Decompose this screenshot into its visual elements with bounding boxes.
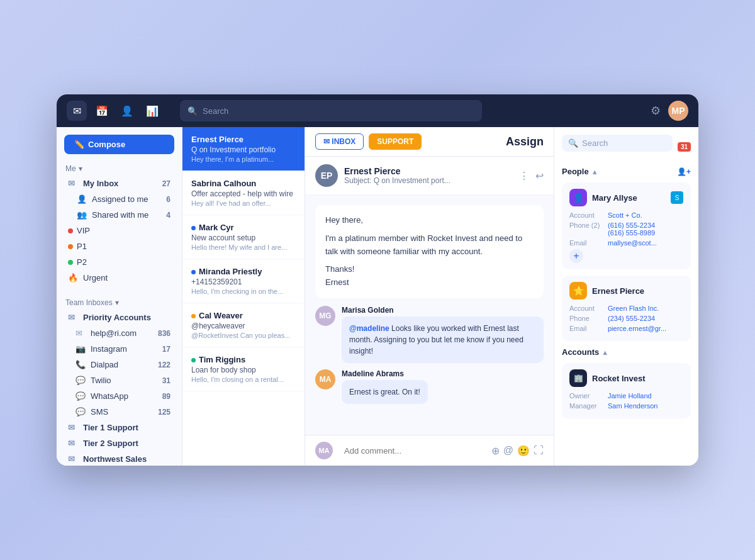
account-icon-rocket: 🏢 (569, 369, 587, 387)
ernest-account-detail: Account Green Flash Inc. (569, 305, 683, 312)
nav-inbox-icon[interactable]: ✉ (67, 101, 87, 121)
people-section-heading: People ▲ 👤+ (562, 167, 691, 176)
sidebar-item-vip[interactable]: VIP (59, 223, 179, 238)
email-body: Hey there, I'm a platinum member with Ro… (305, 195, 554, 435)
me-section-label: Me ▾ (57, 162, 182, 176)
expand-icon[interactable]: ⛶ (534, 445, 544, 457)
compose-icon: ✏️ (74, 140, 84, 149)
email-greeting: Hey there, (325, 214, 534, 227)
compose-label: Compose (88, 140, 125, 149)
sender-avatar: EP (315, 164, 338, 187)
conv-subject: Offer accepted - help with wire (191, 189, 296, 198)
main-content: ✏️ Compose Me ▾ ✉ My Inbox 27 👤 Assigned… (57, 127, 698, 466)
right-calendar-badge[interactable]: 31 (678, 142, 691, 152)
top-nav: ✉ 📅 👤 📊 🔍 Search ⚙ MP (57, 94, 698, 127)
settings-icon[interactable]: ⚙ (651, 104, 661, 118)
inbox-icon-small: ✉ (323, 137, 330, 146)
email-body-text: I'm a platinum member with Rocket Invest… (325, 232, 534, 259)
conv-item-sabrina[interactable]: Sabrina Calhoun Offer accepted - help wi… (182, 171, 305, 215)
conv-name: Ernest Pierce (191, 135, 296, 144)
person-row-ernest: ⭐ Ernest Pierce (569, 282, 683, 300)
unread-dot (191, 226, 196, 230)
sidebar-item-my-inbox[interactable]: ✉ My Inbox 27 (59, 176, 179, 191)
commenter-avatar-2: MA (315, 369, 335, 389)
sidebar-item-twilio[interactable]: 💬 Twilio 31 (59, 372, 179, 388)
nav-icons: ✉ 📅 👤 📊 (67, 101, 162, 121)
conv-preview: @RocketInvest Can you pleas... (191, 332, 296, 339)
sidebar-item-urgent[interactable]: 🔥 Urgent (59, 270, 179, 286)
sms-icon: 💬 (76, 407, 87, 417)
unread-dot (191, 314, 196, 318)
comment-input[interactable] (344, 446, 486, 456)
person-card-ernest: ⭐ Ernest Pierce Account Green Flash Inc.… (562, 276, 691, 341)
person-icon-ernest: ⭐ (569, 282, 587, 300)
comment-bubble-1: @madeline Looks like you worked with Ern… (342, 316, 544, 363)
nav-analytics-icon[interactable]: 📊 (142, 101, 162, 121)
user-avatar[interactable]: MP (668, 101, 688, 121)
email-message: Hey there, I'm a platinum member with Ro… (315, 205, 544, 298)
sidebar-item-tier2[interactable]: ✉ Tier 2 Support (59, 435, 179, 451)
help-icon: ✉ (76, 328, 87, 338)
sidebar-item-help-ri[interactable]: ✉ help@ri.com 836 (59, 325, 179, 341)
nav-calendar-icon[interactable]: 📅 (92, 101, 112, 121)
email-toolbar: ✉ INBOX SUPPORT Assign (305, 127, 554, 157)
conv-preview: Hey there, I'm a platinum... (191, 155, 296, 163)
sidebar-item-whatsapp[interactable]: 💬 WhatsApp 89 (59, 388, 179, 404)
conv-item-ernest[interactable]: Ernest Pierce Q on Investment portfolio … (182, 127, 305, 171)
add-detail-button-mary[interactable]: + (569, 249, 583, 263)
conv-name: Cal Weaver (191, 311, 296, 320)
mary-phone-detail: Phone (2) (616) 555-2234 (616) 555-8989 (569, 221, 683, 237)
sidebar-item-instagram[interactable]: 📷 Instagram 17 (59, 341, 179, 357)
assign-button[interactable]: Assign (506, 135, 544, 148)
comment-block-2: MA Madeline Abrams Ernest is great. On i… (315, 369, 544, 404)
comment-compose-bar: MA ⊕ @ 🙂 ⛶ (305, 435, 554, 466)
northwest-icon: ✉ (68, 454, 79, 464)
left-sidebar: ✏️ Compose Me ▾ ✉ My Inbox 27 👤 Assigned… (57, 127, 182, 466)
email-actions: ⋮ ↩ (519, 170, 544, 182)
mention-icon[interactable]: @ (503, 445, 513, 457)
shared-icon: 👥 (77, 210, 88, 220)
mention-1: @madeline (349, 324, 389, 333)
conv-item-miranda[interactable]: Miranda Priestly +14152359201 Hello, I'm… (182, 259, 305, 303)
sender-name: Ernest Pierce (344, 166, 450, 176)
sidebar-item-sms[interactable]: 💬 SMS 125 (59, 404, 179, 420)
right-search-bar[interactable]: 🔍 Search (562, 135, 673, 152)
conv-item-mark[interactable]: Mark Cyr New account setup Hello there! … (182, 215, 305, 259)
sidebar-item-tier1[interactable]: ✉ Tier 1 Support (59, 420, 179, 435)
add-person-icon[interactable]: 👤+ (677, 167, 691, 176)
more-options-icon[interactable]: ⋮ (519, 170, 529, 182)
sidebar-item-dialpad[interactable]: 📞 Dialpad 122 (59, 357, 179, 372)
salesforce-icon[interactable]: S (671, 191, 683, 204)
emoji-add-icon[interactable]: ⊕ (491, 445, 500, 457)
nav-contacts-icon[interactable]: 👤 (117, 101, 137, 121)
sidebar-item-p2[interactable]: P2 (59, 254, 179, 270)
sidebar-item-p1[interactable]: P1 (59, 238, 179, 254)
unread-dot (191, 358, 196, 362)
whatsapp-icon: 💬 (76, 391, 87, 401)
global-search-bar[interactable]: 🔍 Search (180, 100, 482, 121)
account-card-rocket: 🏢 Rocket Invest Owner Jamie Holland Mana… (562, 363, 691, 418)
tab-inbox-button[interactable]: ✉ INBOX (315, 133, 364, 150)
compose-avatar: MA (315, 442, 333, 459)
tier1-icon: ✉ (68, 423, 79, 432)
commenter-avatar-1: MG (315, 306, 335, 326)
tab-support-button[interactable]: SUPPORT (369, 133, 422, 150)
vip-dot (68, 228, 73, 233)
conv-item-cal[interactable]: Cal Weaver @heycalweaver @RocketInvest C… (182, 303, 305, 347)
compose-button[interactable]: ✏️ Compose (64, 135, 174, 154)
conv-preview: Hello there! My wife and I are... (191, 244, 296, 251)
person-row-mary: 👤 Mary Allyse S (569, 189, 683, 206)
sidebar-item-shared-with-me[interactable]: 👥 Shared with me 4 (59, 207, 179, 223)
emoji-icon[interactable]: 🙂 (517, 445, 530, 457)
mary-email-detail: Email mallyse@scot... (569, 239, 683, 247)
p1-dot (68, 244, 73, 249)
account-row-rocket: 🏢 Rocket Invest (569, 369, 683, 387)
conv-item-tim[interactable]: Tim Riggins Loan for body shop Hello, I'… (182, 347, 305, 391)
sidebar-item-assigned-to-me[interactable]: 👤 Assigned to me 6 (59, 191, 179, 207)
sidebar-item-northwest[interactable]: ✉ Northwest Sales (59, 451, 179, 466)
conv-name: Tim Riggins (191, 355, 296, 364)
reply-icon[interactable]: ↩ (535, 170, 544, 182)
sidebar-item-priority-accounts[interactable]: ✉ Priority Accounts (59, 310, 179, 325)
team-inboxes-label: Team Inboxes ▾ (57, 296, 182, 310)
conv-preview: Hey all! I've had an offer... (191, 199, 296, 207)
